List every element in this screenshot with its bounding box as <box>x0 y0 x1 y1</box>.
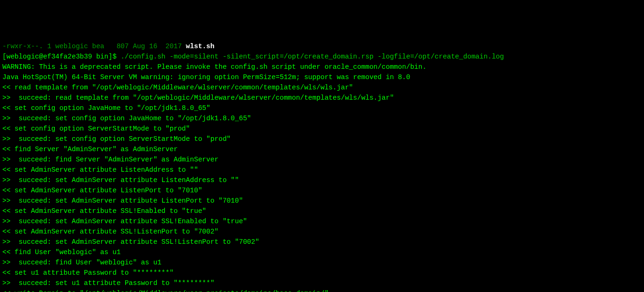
output-line: >> succeed: set AdminServer attribute Li… <box>2 196 642 206</box>
output-line: >> succeed: set AdminServer attribute SS… <box>2 237 642 247</box>
command-line: [weblogic@ef34fa2e3b39 bin]$ ./config.sh… <box>2 51 642 62</box>
terminal-output[interactable]: -rwxr-x--. 1 weblogic bea 807 Aug 16 201… <box>0 41 644 292</box>
output-line: >> succeed: set config option ServerStar… <box>2 134 642 144</box>
output-line: << write Domain to "/opt/weblogic/Middle… <box>2 288 642 292</box>
output-line: >> succeed: set AdminServer attribute Li… <box>2 175 642 185</box>
entered-command: ./config.sh -mode=silent -silent_script=… <box>120 53 504 60</box>
output-line: << find Server "AdminServer" as AdminSer… <box>2 144 642 154</box>
output-line: >> succeed: find User "weblogic" as u1 <box>2 257 642 268</box>
output-line: >> succeed: set config option JavaHome t… <box>2 113 642 124</box>
output-line: WARNING: This is a deprecated script. Pl… <box>2 62 642 72</box>
output-line: << find User "weblogic" as u1 <box>2 247 642 257</box>
ls-permissions: -rwxr-x--. 1 weblogic bea 807 Aug 16 201… <box>2 43 186 50</box>
output-line: << read template from "/opt/weblogic/Mid… <box>2 82 642 93</box>
output-line: << set AdminServer attribute SSL!ListenP… <box>2 226 642 237</box>
output-line: << set AdminServer attribute ListenPort … <box>2 185 642 196</box>
output-line: >> succeed: read template from "/opt/web… <box>2 93 642 103</box>
output-line: << set config option JavaHome to "/opt/j… <box>2 103 642 113</box>
output-line: << set u1 attribute Password to "*******… <box>2 268 642 278</box>
output-line: << set config option ServerStartMode to … <box>2 124 642 134</box>
output-line: << set AdminServer attribute SSL!Enabled… <box>2 206 642 216</box>
output-line: << set AdminServer attribute ListenAddre… <box>2 165 642 175</box>
output-line: >> succeed: set AdminServer attribute SS… <box>2 216 642 226</box>
output-line: Java HotSpot(TM) 64-Bit Server VM warnin… <box>2 72 642 82</box>
ls-filename: wlst.sh <box>186 43 215 50</box>
shell-prompt: [weblogic@ef34fa2e3b39 bin]$ <box>2 53 120 60</box>
ls-output-line: -rwxr-x--. 1 weblogic bea 807 Aug 16 201… <box>2 41 642 51</box>
output-line: >> succeed: find Server "AdminServer" as… <box>2 154 642 165</box>
output-line: >> succeed: set u1 attribute Password to… <box>2 278 642 288</box>
